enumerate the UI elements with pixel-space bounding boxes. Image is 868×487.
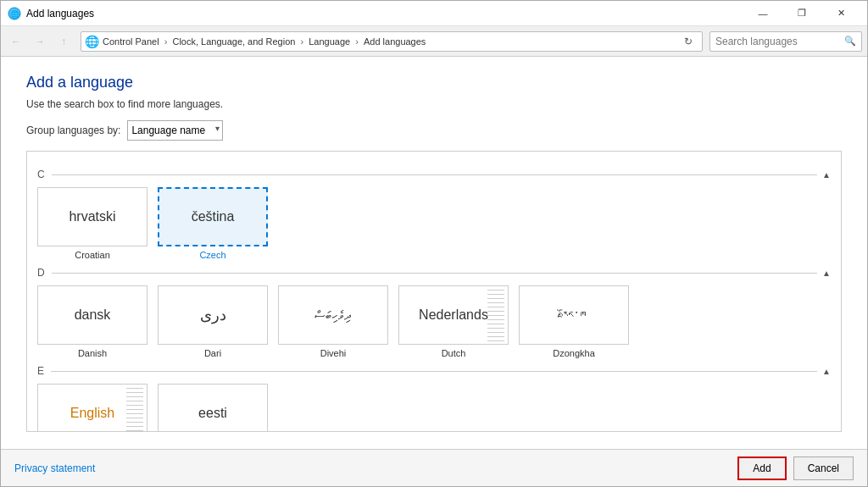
window-icon: 🌐 — [8, 7, 21, 20]
group-by-select-wrapper[interactable]: Language name Script Region — [127, 120, 223, 141]
lang-tile-english[interactable]: English English — [37, 384, 147, 432]
lang-tile-divehi[interactable]: ދިވެހިބަސް Divehi — [278, 285, 388, 358]
section-e-line — [51, 371, 817, 372]
lang-tile-box-dzongkha: རྫོང་ཁ — [519, 285, 629, 345]
address-globe-icon: 🌐 — [85, 35, 99, 48]
lang-tile-dutch[interactable]: Nederlands Dutch — [398, 285, 509, 358]
lang-native-croatian: hrvatski — [69, 209, 115, 224]
svg-text:🌐: 🌐 — [10, 8, 20, 19]
breadcrumb: Control Panel › Clock, Language, and Reg… — [103, 36, 426, 47]
section-e-languages: English English eesti Estonian — [37, 384, 831, 432]
section-e-label: E — [37, 365, 44, 377]
window-title: Add languages — [26, 8, 743, 19]
lang-tile-box-divehi: ދިވެހިބަސް — [278, 285, 388, 345]
lang-tile-box-dutch: Nederlands — [398, 285, 509, 345]
lang-label-czech: Czech — [199, 250, 225, 260]
footer-buttons: Add Cancel — [737, 457, 854, 480]
lang-native-english: English — [70, 406, 114, 421]
section-d-languages: dansk Danish دری Dari ދިވެހިބަސް — [37, 285, 831, 358]
section-c-line — [52, 174, 817, 175]
lang-tile-box-czech: čeština — [158, 187, 268, 246]
filter-row: Group languages by: Language name Script… — [26, 120, 842, 141]
close-button[interactable]: ✕ — [821, 1, 860, 26]
search-bar: 🔍 — [709, 31, 862, 52]
section-d-line — [52, 273, 817, 274]
lang-native-dzongkha: རྫོང་ཁ — [562, 309, 586, 322]
up-button[interactable]: ↑ — [53, 31, 74, 52]
lang-label-croatian: Croatian — [75, 250, 110, 260]
back-button[interactable]: ← — [6, 31, 26, 52]
section-c-languages: hrvatski Croatian čeština Czech — [37, 187, 831, 260]
lang-tile-box-croatian: hrvatski — [37, 187, 147, 246]
nav-bar: ← → ↑ 🌐 Control Panel › Clock, Language,… — [1, 26, 867, 57]
lang-native-dari: دری — [200, 306, 226, 324]
page-subtitle: Use the search box to find more language… — [26, 98, 842, 110]
window-controls: — ❐ ✕ — [743, 1, 860, 26]
search-input[interactable] — [715, 36, 844, 47]
language-grid-inner: C ▲ hrvatski Croatian čeština — [27, 152, 841, 432]
language-grid: C ▲ hrvatski Croatian čeština — [26, 151, 842, 432]
lang-tile-danish[interactable]: dansk Danish — [37, 285, 147, 358]
lang-tile-box-english: English — [37, 384, 147, 432]
lang-tile-box-dari: دری — [158, 285, 268, 345]
section-d-collapse[interactable]: ▲ — [822, 268, 831, 278]
cancel-button[interactable]: Cancel — [793, 457, 854, 480]
lang-native-czech: čeština — [192, 209, 235, 224]
lang-tile-dzongkha[interactable]: རྫོང་ཁ Dzongkha — [519, 285, 629, 358]
lang-label-danish: Danish — [78, 348, 107, 358]
lang-tile-box-estonian: eesti — [158, 384, 268, 432]
lang-label-dzongkha: Dzongkha — [553, 348, 595, 358]
minimize-button[interactable]: — — [743, 1, 782, 26]
lang-tile-box-danish: dansk — [37, 285, 147, 345]
privacy-link[interactable]: Privacy statement — [14, 462, 95, 474]
lang-native-estonian: eesti — [198, 406, 227, 421]
section-e-collapse[interactable]: ▲ — [822, 367, 831, 376]
section-c-label: C — [37, 169, 45, 180]
lang-tile-croatian[interactable]: hrvatski Croatian — [37, 187, 147, 260]
filter-label: Group languages by: — [26, 125, 120, 136]
lang-label-dutch: Dutch — [442, 348, 466, 358]
search-icon: 🔍 — [844, 36, 856, 47]
main-content: Add a language Use the search box to fin… — [1, 57, 867, 449]
group-by-select[interactable]: Language name Script Region — [127, 120, 223, 141]
address-bar: 🌐 Control Panel › Clock, Language, and R… — [81, 31, 703, 52]
lang-label-divehi: Divehi — [320, 348, 347, 358]
section-e-header: E ▲ — [37, 365, 831, 377]
main-window: 🌐 Add languages — ❐ ✕ ← → ↑ 🌐 Control Pa… — [0, 0, 868, 487]
refresh-button[interactable]: ↻ — [678, 31, 698, 52]
section-d-header: D ▲ — [37, 267, 831, 279]
add-button[interactable]: Add — [737, 457, 786, 480]
lang-native-dutch: Nederlands — [419, 307, 488, 323]
lang-tile-estonian[interactable]: eesti Estonian — [158, 384, 268, 432]
maximize-button[interactable]: ❐ — [782, 1, 821, 26]
title-bar: 🌐 Add languages — ❐ ✕ — [1, 1, 867, 26]
section-d-label: D — [37, 267, 45, 279]
lang-label-dari: Dari — [204, 348, 221, 358]
page-title: Add a language — [26, 74, 842, 91]
section-c-collapse[interactable]: ▲ — [822, 170, 831, 180]
lang-tile-dari[interactable]: دری Dari — [158, 285, 268, 358]
forward-button[interactable]: → — [30, 31, 50, 52]
lang-native-divehi: ދިވެހިބަސް — [314, 308, 352, 323]
lang-tile-czech[interactable]: čeština Czech — [158, 187, 268, 260]
section-c-header: C ▲ — [37, 169, 831, 180]
lang-native-danish: dansk — [75, 307, 111, 323]
footer: Privacy statement Add Cancel — [1, 449, 867, 486]
